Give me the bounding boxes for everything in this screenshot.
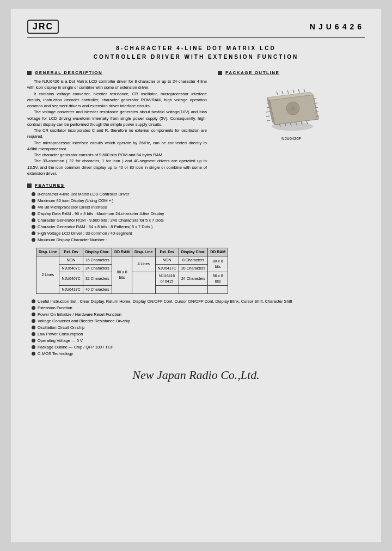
td-ext-nju6416: NJU6416or 6415 — [155, 272, 179, 286]
svg-line-9 — [304, 89, 305, 92]
table-row-1: 2 Lines NON 16 Characters 80 x 8bits 4 L… — [36, 256, 228, 264]
general-para-1: The NJU6426 is a Dot Matrix LCD controll… — [27, 78, 207, 91]
td-4lines-2 — [132, 272, 155, 293]
feature-item-8: Maximum Display Character Number : — [32, 237, 365, 243]
svg-line-14 — [316, 116, 319, 117]
td-ext-nju6407c-1: NJU6407C — [59, 264, 83, 272]
td-empty-ext — [155, 285, 179, 293]
extra-bullet-2 — [32, 306, 35, 310]
td-8chars: 8 Characters — [179, 256, 207, 264]
th-ext-drv-1: Ext. Drv — [59, 248, 83, 256]
extra-feature-8: Package Outline --- Chip / QFP 100 / TCP — [32, 344, 365, 351]
feature-item-4: Display Data RAM - 96 x 8 bits : Maximum… — [32, 211, 365, 217]
svg-point-27 — [291, 106, 295, 111]
extra-bullet-5 — [32, 326, 35, 329]
th-display-char-2: Display Char. — [179, 248, 207, 256]
extra-bullet-3 — [32, 313, 35, 316]
svg-line-10 — [313, 99, 316, 99]
td-4lines: 4 Lines — [132, 256, 155, 272]
td-20chars: 20 Characters — [179, 264, 207, 272]
td-ext-non: NON — [59, 256, 83, 264]
feature-item-2: Maximum 80 icon Display (Using COM＋) — [32, 198, 365, 204]
feature-item-6: Character Generator RAM : 64 x 8 bits : … — [32, 224, 365, 230]
features-list: 8-character 4-line Dot Matrix LCD Contro… — [27, 191, 365, 243]
td-empty-chars — [179, 285, 207, 293]
char-table-wrapper: Disp. Line Ext. Drv Display Char. DD RAM… — [36, 248, 365, 294]
td-ram-96: 96 x 8bits — [208, 272, 228, 286]
title-line1: 8-CHARACTER 4-LINE DOT MATRIX LCD — [27, 44, 365, 53]
general-para-3: The voltage converter and bleeder resist… — [27, 109, 207, 127]
td-empty-ram — [208, 285, 228, 293]
svg-line-25 — [267, 120, 270, 121]
feature-item-5: Character Generator ROM - 9,600 bits : 2… — [32, 217, 365, 224]
extra-feature-9: C-MOS Technology — [32, 351, 365, 357]
bullet-4 — [32, 212, 35, 216]
extra-feature-2: Extension Function — [32, 305, 365, 311]
title-section: 8-CHARACTER 4-LINE DOT MATRIX LCD CONTRO… — [27, 44, 365, 62]
general-description-col: GENERAL DESCRIPTION The NJU6426 is a Dot… — [27, 70, 207, 176]
svg-line-7 — [293, 90, 294, 93]
header: JRC NJU6426 — [27, 20, 365, 38]
general-para-6: The character generator consists of 9,60… — [27, 152, 207, 158]
td-ram-80-r: 80 x 8bits — [208, 256, 228, 272]
package-outline-header: PACKAGE OUTLINE — [218, 70, 365, 75]
general-para-2: It contains voltage converter, bleeder r… — [27, 91, 207, 109]
svg-line-13 — [315, 112, 318, 112]
th-disp-line-2: Disp. Line — [132, 248, 155, 256]
chip-label: NJU6426F — [281, 136, 301, 141]
bullet-8 — [32, 238, 35, 242]
general-desc-header: GENERAL DESCRIPTION — [27, 70, 207, 75]
features-title: FEATURES — [35, 183, 65, 188]
feature-item-1: 8-character 4-line Dot Matrix LCD Contro… — [32, 191, 365, 198]
section-square-package — [218, 71, 222, 75]
general-para-7: The 33-common ( 32 for character, 1 for … — [27, 158, 207, 176]
td-24chars-r: 24 Characters — [179, 272, 207, 286]
svg-line-4 — [277, 91, 278, 95]
extra-feature-4: Voltage Converter and Bleeder Resistance… — [32, 318, 365, 325]
bullet-7 — [32, 231, 35, 235]
svg-line-6 — [287, 90, 289, 94]
extra-bullet-1 — [32, 299, 35, 303]
bullet-6 — [32, 225, 35, 229]
extra-feature-1: Useful Instruction Set : Clear Display, … — [32, 298, 365, 305]
extra-bullet-9 — [32, 352, 35, 356]
svg-line-11 — [314, 103, 317, 103]
footer-logo: New Japan Radio Co.,Ltd. — [27, 368, 365, 382]
jrc-logo: JRC — [27, 20, 59, 34]
general-desc-title: GENERAL DESCRIPTION — [35, 70, 102, 75]
feature-item-3: 4/8 Bit Microprocessor Direct Interface — [32, 204, 365, 211]
svg-line-5 — [282, 91, 283, 94]
general-desc-body: The NJU6426 is a Dot Matrix LCD controll… — [27, 78, 207, 176]
package-area: NJU6426F — [218, 78, 365, 141]
extra-features-list: Useful Instruction Set : Clear Display, … — [27, 298, 365, 357]
section-square-features — [27, 183, 32, 188]
td-ext-non-r: NON — [155, 256, 179, 264]
extra-feature-7: Operating Voltage --- 5 V — [32, 338, 365, 344]
extra-bullet-4 — [32, 319, 35, 323]
bullet-5 — [32, 218, 35, 222]
td-32chars: 32 Characters — [83, 272, 112, 286]
section-square-general — [27, 71, 32, 75]
bullet-3 — [32, 205, 35, 209]
bullet-1 — [32, 192, 35, 196]
td-24chars: 24 Characters — [83, 264, 112, 272]
th-disp-line-1: Disp. Line — [36, 248, 59, 256]
feature-item-7: High Voltage LCD Driver : 33-common / 40… — [32, 230, 365, 237]
title-line2: CONTROLLER DRIVER WITH EXTENSION FUNCTIO… — [27, 53, 365, 62]
td-40chars: 40 Characters — [83, 285, 112, 293]
td-ram-80: 80 x 8bits — [112, 256, 132, 293]
page: JRC NJU6426 8-CHARACTER 4-LINE DOT MATRI… — [11, 9, 381, 542]
main-two-col: GENERAL DESCRIPTION The NJU6426 is a Dot… — [27, 70, 365, 176]
svg-line-21 — [267, 103, 271, 103]
td-16chars: 16 Characters — [83, 256, 112, 264]
td-ext-nju6407c-2: NJU6407C — [59, 272, 83, 286]
svg-line-22 — [267, 107, 270, 108]
td-2lines: 2 Lines — [36, 256, 59, 293]
package-outline-col: PACKAGE OUTLINE — [218, 70, 365, 176]
general-para-5: The microprocessor interface circuits wh… — [27, 140, 207, 152]
extra-bullet-6 — [32, 332, 35, 336]
package-outline-title: PACKAGE OUTLINE — [225, 70, 279, 75]
td-ext-nju6417c: NJU6417C — [59, 285, 83, 293]
extra-feature-6: Low Power Consumption — [32, 331, 365, 338]
bullet-2 — [32, 199, 35, 203]
